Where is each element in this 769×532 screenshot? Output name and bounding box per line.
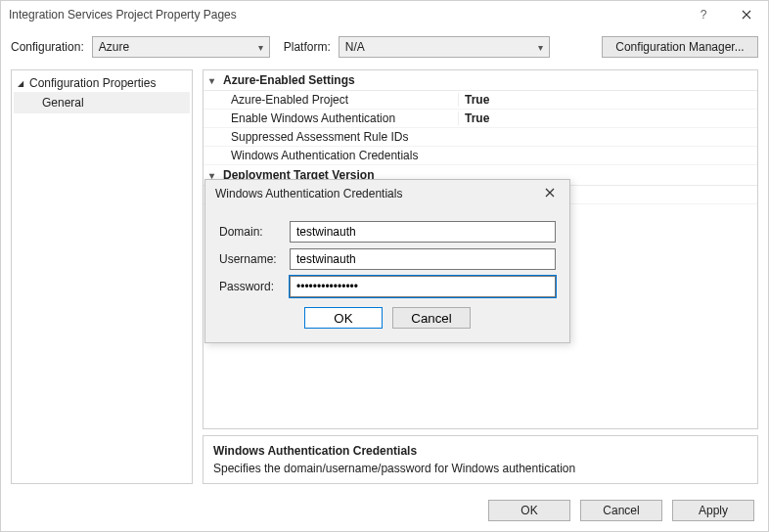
prop-row[interactable]: Enable Windows Authentication True [204,110,757,128]
configuration-bar: Configuration: Azure ▾ Platform: N/A ▾ C… [1,28,768,69]
chevron-down-icon: ▾ [252,42,263,53]
titlebar: Integration Services Project Property Pa… [1,1,768,28]
description-panel: Windows Authentication Credentials Speci… [203,435,758,484]
cancel-button[interactable]: Cancel [580,500,662,521]
property-pages-window: Integration Services Project Property Pa… [0,0,769,532]
platform-label: Platform: [284,40,331,54]
close-button[interactable] [725,1,768,28]
apply-button[interactable]: Apply [672,500,754,521]
username-label: Username: [219,252,290,266]
ok-button[interactable]: OK [488,500,570,521]
domain-field[interactable] [290,221,556,243]
description-body: Specifies the domain/username/password f… [213,462,747,475]
category-azure-settings[interactable]: ▾ Azure-Enabled Settings [204,70,757,91]
prop-row[interactable]: Windows Authentication Credentials [204,147,757,165]
category-tree[interactable]: ◢ Configuration Properties General [11,69,193,484]
dialog-ok-button[interactable]: OK [304,307,383,329]
dialog-close-button[interactable] [536,187,564,200]
domain-label: Domain: [219,225,290,239]
dialog-cancel-button[interactable]: Cancel [392,307,471,329]
prop-name: Azure-Enabled Project [204,93,458,107]
window-title: Integration Services Project Property Pa… [9,8,682,22]
collapse-icon: ◢ [18,79,27,88]
platform-dropdown[interactable]: N/A ▾ [339,36,550,58]
configuration-label: Configuration: [11,40,84,54]
password-field[interactable] [290,276,556,297]
prop-value[interactable]: True [458,111,757,125]
prop-row[interactable]: Suppressed Assessment Rule IDs [204,128,757,147]
prop-row[interactable]: Azure-Enabled Project True [204,91,757,110]
help-button[interactable]: ? [682,1,725,28]
credentials-dialog: Windows Authentication Credentials Domai… [204,179,570,343]
dialog-titlebar: Windows Authentication Credentials [205,180,569,207]
category-label: Azure-Enabled Settings [223,73,355,87]
tree-item-config-properties[interactable]: ◢ Configuration Properties [14,74,190,92]
configuration-manager-button[interactable]: Configuration Manager... [602,36,758,58]
prop-name: Windows Authentication Credentials [204,149,458,162]
description-title: Windows Authentication Credentials [213,444,747,458]
username-field[interactable] [290,248,556,270]
configuration-dropdown[interactable]: Azure ▾ [92,36,270,58]
dialog-title: Windows Authentication Credentials [215,187,536,200]
prop-value[interactable]: True [458,93,757,107]
tree-root-label: Configuration Properties [29,76,156,90]
configuration-value: Azure [99,40,129,54]
prop-name: Enable Windows Authentication [204,111,458,125]
footer-buttons: OK Cancel Apply [1,490,768,531]
tree-item-general[interactable]: General [14,92,190,113]
close-icon [545,188,555,198]
chevron-down-icon: ▾ [209,75,219,86]
prop-name: Suppressed Assessment Rule IDs [204,130,458,144]
close-icon [742,10,751,20]
chevron-down-icon: ▾ [532,42,543,53]
password-label: Password: [219,280,290,293]
platform-value: N/A [345,40,365,54]
